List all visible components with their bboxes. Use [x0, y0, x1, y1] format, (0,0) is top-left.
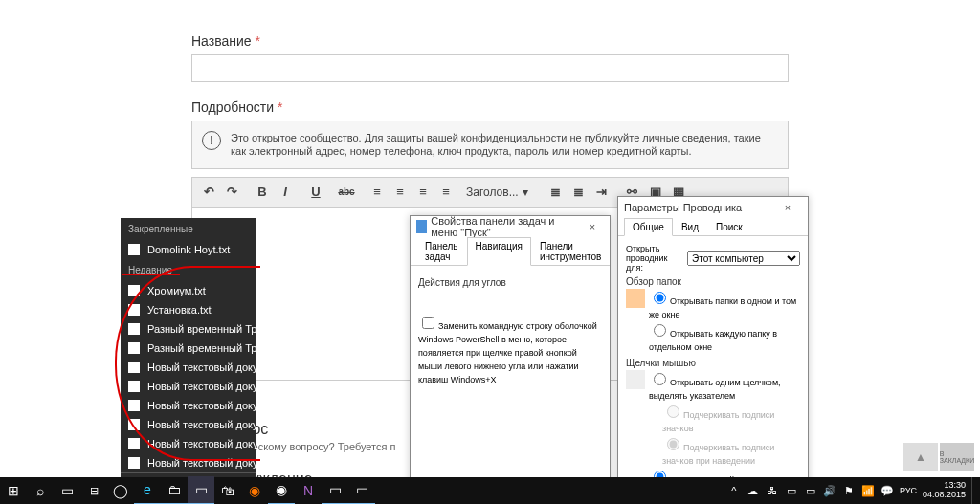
align-right-button[interactable]: ≡ — [412, 182, 434, 203]
tray-chevron-icon[interactable]: ^ — [727, 484, 741, 497]
taskbar-properties-dialog: Свойства панели задач и меню "Пуск"× Пан… — [410, 215, 611, 503]
jumplist-item[interactable]: Новый текстовый документ_6.txt — [121, 358, 256, 377]
file-icon — [128, 244, 140, 255]
align-center-button[interactable]: ≡ — [390, 182, 411, 203]
jumplist-item[interactable]: Разный временный Трэш.txt — [121, 319, 256, 339]
store-icon[interactable]: 🛍 — [214, 477, 241, 504]
tab-navigation[interactable]: Навигация — [467, 237, 531, 266]
calculator-icon[interactable]: ⊟ — [80, 477, 107, 504]
explorer-options-dialog: Параметры Проводника× Общие Вид Поиск От… — [617, 196, 809, 504]
jumplist-item[interactable]: Новый текстовый документ_2.txt — [121, 377, 256, 396]
file-icon — [128, 342, 140, 354]
file-icon — [128, 400, 140, 411]
powershell-checkbox-row[interactable]: Заменить командную строку оболочкой Wind… — [418, 314, 602, 386]
click-group: Щелчки мышью — [626, 358, 800, 368]
tray-clock[interactable]: 13:3004.08.2015 — [923, 481, 966, 500]
pinned-header: Закрепленные — [121, 218, 256, 240]
tray-flag-icon[interactable]: ⚑ — [842, 484, 856, 497]
file-icon — [128, 362, 140, 373]
title-input[interactable] — [191, 54, 789, 82]
corner-actions-group: Действия для углов — [418, 277, 602, 288]
close-button[interactable]: × — [773, 202, 802, 213]
search-button[interactable]: ⌕ — [27, 477, 54, 504]
strike-button[interactable]: abc — [336, 182, 357, 203]
heading-select[interactable]: Заголов... ▾ — [458, 184, 536, 201]
file-icon — [128, 438, 140, 449]
tab-toolbars[interactable]: Панели инструментов — [531, 237, 610, 266]
warning-text: Это открытое сообщество. Для защиты ваше… — [231, 131, 778, 159]
explorer-icon[interactable]: 🗀 — [161, 476, 188, 504]
file-icon — [128, 285, 140, 296]
jumplist: Закрепленные Domolink Hoyt.txt Недавние … — [121, 218, 256, 504]
file-icon — [128, 323, 140, 335]
jumplist-item[interactable]: Новый текстовый документ (2)_1.t... — [121, 453, 256, 472]
tray-net-icon[interactable]: 🖧 — [766, 484, 779, 497]
chevron-up-icon: ▲ — [915, 450, 926, 464]
click-sub-option: Подчеркивать подписи значков — [662, 403, 800, 435]
bookmark-widget[interactable]: В ЗАКЛАДКИ — [940, 443, 974, 471]
tab-taskbar[interactable]: Панель задач — [416, 237, 467, 266]
jumplist-item[interactable]: Разный временный Трэш (2).txt — [121, 339, 256, 358]
tab-view[interactable]: Вид — [673, 218, 707, 236]
undo-button[interactable]: ↶ — [198, 182, 219, 203]
click-sub-option: Подчеркивать подписи значков при наведен… — [662, 435, 800, 468]
browse-group: Обзор папок — [626, 276, 800, 287]
taskbar: ⊞ ⌕ ▭ ⊟ ◯ e 🗀 ▭ 🛍 ◉ ◉ N ▭ ▭ ^ ☁ 🖧 ▭ ▭ 🔊 … — [0, 477, 980, 504]
ol-button[interactable]: ≣ — [568, 182, 590, 203]
tray-language[interactable]: РУС — [900, 486, 917, 495]
annotation-line — [122, 274, 180, 275]
align-justify-button[interactable]: ≡ — [435, 182, 457, 203]
tray-action-icon[interactable]: 💬 — [880, 484, 894, 497]
recent-header: Недавние — [121, 259, 256, 281]
start-button[interactable]: ⊞ — [0, 477, 27, 504]
redo-button[interactable]: ↷ — [221, 182, 242, 203]
taskview-button[interactable]: ▭ — [54, 477, 80, 504]
jumplist-item[interactable]: Новый текстовый документ_1.txt — [121, 396, 256, 415]
click-option[interactable]: Открывать одним щелчком, выделять указат… — [649, 370, 800, 403]
italic-button[interactable]: I — [275, 182, 296, 203]
cortana-icon[interactable]: ◯ — [107, 477, 134, 504]
indent-button[interactable]: ⇥ — [591, 182, 612, 203]
browse-option[interactable]: Открывать папки в одном и том же окне — [649, 289, 800, 321]
onenote-icon[interactable]: N — [295, 477, 322, 504]
app-icon[interactable]: ▭ — [348, 476, 375, 504]
jumplist-item[interactable]: Хромиум.txt — [121, 281, 256, 300]
chrome-icon[interactable]: ◉ — [268, 476, 295, 504]
open-for-select[interactable]: Этот компьютер — [687, 251, 800, 266]
tray-cloud-icon[interactable]: ☁ — [746, 484, 760, 497]
file-icon — [128, 381, 140, 392]
dialog-title: Параметры Проводника — [624, 202, 742, 213]
info-icon: ! — [202, 131, 221, 150]
dialog-icon — [416, 220, 427, 233]
edge-icon[interactable]: e — [134, 476, 161, 504]
cursor-icon — [626, 370, 645, 389]
align-left-button[interactable]: ≡ — [367, 182, 388, 203]
ul-button[interactable]: ≣ — [546, 182, 567, 203]
browse-option[interactable]: Открывать каждую папку в отдельном окне — [649, 321, 800, 354]
tray-app-icon[interactable]: ▭ — [804, 484, 817, 497]
app-icon[interactable]: ▭ — [322, 476, 348, 504]
title-label: Название * — [191, 33, 789, 49]
tab-general[interactable]: Общие — [624, 218, 673, 236]
tab-search[interactable]: Поиск — [707, 218, 751, 236]
underline-button[interactable]: U — [305, 182, 326, 203]
notepad-icon[interactable]: ▭ — [188, 476, 214, 504]
close-button[interactable]: × — [581, 221, 604, 232]
jumplist-item[interactable]: Установка.txt — [121, 300, 256, 319]
bold-button[interactable]: B — [252, 182, 273, 203]
show-desktop[interactable] — [971, 477, 976, 504]
file-icon — [128, 457, 140, 469]
firefox-icon[interactable]: ◉ — [241, 477, 268, 504]
file-icon — [128, 304, 140, 316]
details-label: Подробности * — [191, 99, 789, 115]
tray-network-icon[interactable]: 📶 — [861, 484, 875, 497]
jumplist-item[interactable]: Domolink Hoyt.txt — [121, 240, 256, 259]
powershell-checkbox[interactable] — [422, 317, 434, 329]
scroll-top-button[interactable]: ▲ — [903, 443, 938, 471]
tray-app-icon[interactable]: ▭ — [785, 484, 798, 497]
jumplist-item[interactable]: Новый текстовый документ (4).txt — [121, 415, 256, 434]
system-tray: ^ ☁ 🖧 ▭ ▭ 🔊 ⚑ 📶 💬 РУС 13:3004.08.2015 — [727, 477, 980, 504]
file-icon — [128, 419, 140, 430]
jumplist-item[interactable]: Новый текстовый документ (3).txt — [121, 434, 256, 453]
tray-volume-icon[interactable]: 🔊 — [823, 484, 836, 497]
